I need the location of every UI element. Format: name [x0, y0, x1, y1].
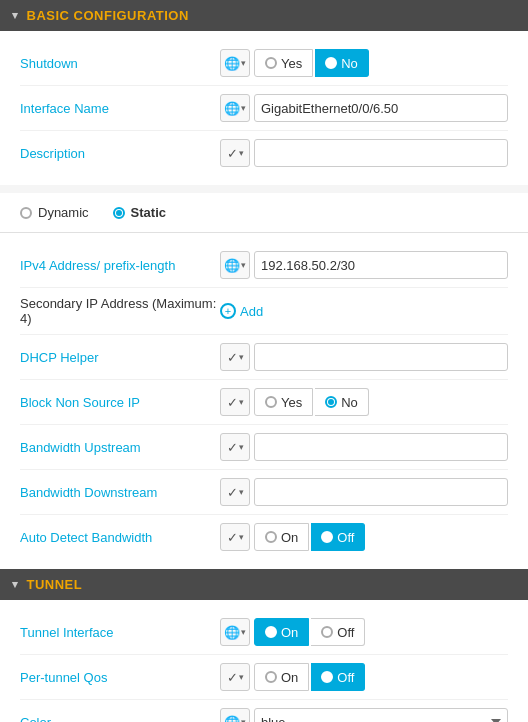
block-yes-dot — [265, 396, 277, 408]
color-globe-btn[interactable]: 🌐 ▾ — [220, 708, 250, 722]
color-row: Color 🌐 ▾ blue green red orange — [20, 700, 508, 722]
bw-upstream-check-btn[interactable]: ✓ ▾ — [220, 433, 250, 461]
ipv4-globe-btn[interactable]: 🌐 ▾ — [220, 251, 250, 279]
tunnel-interface-label: Tunnel Interface — [20, 625, 220, 640]
block-non-source-row: Block Non Source IP ✓ ▾ Yes No — [20, 380, 508, 425]
shutdown-no-option[interactable]: No — [315, 49, 369, 77]
auto-detect-off-option[interactable]: Off — [311, 523, 365, 551]
interface-globe-icon: 🌐 — [224, 101, 240, 116]
static-option[interactable]: Static — [113, 205, 166, 220]
ipv4-label: IPv4 Address/ prefix-length — [20, 258, 220, 273]
ipv4-input[interactable] — [254, 251, 508, 279]
description-controls: ✓ ▾ — [220, 139, 508, 167]
tunnel-interface-globe-icon: 🌐 — [224, 625, 240, 640]
tunnel-interface-off-option[interactable]: Off — [311, 618, 365, 646]
per-tunnel-qos-row: Per-tunnel Qos ✓ ▾ On Off — [20, 655, 508, 700]
shutdown-yes-option[interactable]: Yes — [254, 49, 313, 77]
tunnel-title: TUNNEL — [27, 577, 83, 592]
block-no-option[interactable]: No — [315, 388, 369, 416]
ipv4-globe-icon: 🌐 — [224, 258, 240, 273]
color-select[interactable]: blue green red orange — [254, 708, 508, 722]
secondary-ip-row: Secondary IP Address (Maximum: 4) + Add — [20, 288, 508, 335]
secondary-ip-label: Secondary IP Address (Maximum: 4) — [20, 296, 220, 326]
per-tunnel-qos-check-icon: ✓ — [227, 670, 238, 685]
dynamic-dot — [20, 207, 32, 219]
tunnel-section-header: ▾ TUNNEL — [0, 569, 528, 600]
block-yes-option[interactable]: Yes — [254, 388, 313, 416]
block-check-arrow: ▾ — [239, 397, 244, 407]
description-check-btn[interactable]: ✓ ▾ — [220, 139, 250, 167]
interface-globe-btn[interactable]: 🌐 ▾ — [220, 94, 250, 122]
color-label: Color — [20, 715, 220, 723]
basic-config-chevron[interactable]: ▾ — [12, 9, 19, 22]
bw-downstream-arrow: ▾ — [239, 487, 244, 497]
dhcp-check-arrow: ▾ — [239, 352, 244, 362]
auto-detect-on-option[interactable]: On — [254, 523, 309, 551]
dynamic-label: Dynamic — [38, 205, 89, 220]
auto-detect-on-dot — [265, 531, 277, 543]
shutdown-no-label: No — [341, 56, 358, 71]
per-tunnel-qos-arrow: ▾ — [239, 672, 244, 682]
block-no-dot — [325, 396, 337, 408]
per-tunnel-qos-check-btn[interactable]: ✓ ▾ — [220, 663, 250, 691]
block-check-btn[interactable]: ✓ ▾ — [220, 388, 250, 416]
tunnel-interface-off-label: Off — [337, 625, 354, 640]
add-secondary-ip-btn[interactable]: + Add — [220, 303, 263, 319]
tunnel-interface-on-option[interactable]: On — [254, 618, 309, 646]
auto-detect-row: Auto Detect Bandwidth ✓ ▾ On Off — [20, 515, 508, 559]
bw-downstream-controls: ✓ ▾ — [220, 478, 508, 506]
dhcp-helper-label: DHCP Helper — [20, 350, 220, 365]
bw-downstream-label: Bandwidth Downstream — [20, 485, 220, 500]
bw-upstream-input[interactable] — [254, 433, 508, 461]
bw-downstream-check-icon: ✓ — [227, 485, 238, 500]
auto-detect-off-label: Off — [337, 530, 354, 545]
interface-name-row: Interface Name 🌐 ▾ — [20, 86, 508, 131]
spacer1 — [0, 185, 528, 193]
interface-globe-arrow: ▾ — [241, 103, 246, 113]
description-label: Description — [20, 146, 220, 161]
dhcp-helper-input[interactable] — [254, 343, 508, 371]
shutdown-row: Shutdown 🌐 ▾ Yes No — [20, 41, 508, 86]
add-label: Add — [240, 304, 263, 319]
tunnel-interface-globe-btn[interactable]: 🌐 ▾ — [220, 618, 250, 646]
auto-detect-label: Auto Detect Bandwidth — [20, 530, 220, 545]
bw-upstream-label: Bandwidth Upstream — [20, 440, 220, 455]
block-non-source-label: Block Non Source IP — [20, 395, 220, 410]
tunnel-interface-on-dot — [265, 626, 277, 638]
dhcp-check-btn[interactable]: ✓ ▾ — [220, 343, 250, 371]
dhcp-helper-row: DHCP Helper ✓ ▾ — [20, 335, 508, 380]
per-tunnel-qos-on-option[interactable]: On — [254, 663, 309, 691]
auto-detect-controls: ✓ ▾ On Off — [220, 523, 508, 551]
block-check-icon: ✓ — [227, 395, 238, 410]
bw-downstream-check-btn[interactable]: ✓ ▾ — [220, 478, 250, 506]
tunnel-interface-row: Tunnel Interface 🌐 ▾ On Off — [20, 610, 508, 655]
dhcp-check-icon: ✓ — [227, 350, 238, 365]
static-dot — [113, 207, 125, 219]
tunnel-interface-globe-arrow: ▾ — [241, 627, 246, 637]
ipv4-controls: 🌐 ▾ — [220, 251, 508, 279]
color-globe-arrow: ▾ — [241, 717, 246, 722]
interface-name-input[interactable] — [254, 94, 508, 122]
add-circle-icon: + — [220, 303, 236, 319]
secondary-ip-controls: + Add — [220, 303, 508, 319]
per-tunnel-qos-off-option[interactable]: Off — [311, 663, 365, 691]
tunnel-interface-radio-group: On Off — [254, 618, 365, 646]
bw-upstream-arrow: ▾ — [239, 442, 244, 452]
description-input[interactable] — [254, 139, 508, 167]
description-check-icon: ✓ — [227, 146, 238, 161]
auto-detect-check-icon: ✓ — [227, 530, 238, 545]
color-globe-icon: 🌐 — [224, 715, 240, 723]
shutdown-radio-group: Yes No — [254, 49, 369, 77]
bw-downstream-row: Bandwidth Downstream ✓ ▾ — [20, 470, 508, 515]
mode-selector: Dynamic Static — [0, 193, 528, 232]
auto-detect-check-btn[interactable]: ✓ ▾ — [220, 523, 250, 551]
dynamic-option[interactable]: Dynamic — [20, 205, 89, 220]
shutdown-globe-btn[interactable]: 🌐 ▾ — [220, 49, 250, 77]
tunnel-chevron[interactable]: ▾ — [12, 578, 19, 591]
interface-name-controls: 🌐 ▾ — [220, 94, 508, 122]
basic-config-section-header: ▾ BASIC CONFIGURATION — [0, 0, 528, 31]
bw-downstream-input[interactable] — [254, 478, 508, 506]
per-tunnel-qos-radio-group: On Off — [254, 663, 365, 691]
ip-config-form: IPv4 Address/ prefix-length 🌐 ▾ Secondar… — [0, 233, 528, 569]
interface-name-label: Interface Name — [20, 101, 220, 116]
